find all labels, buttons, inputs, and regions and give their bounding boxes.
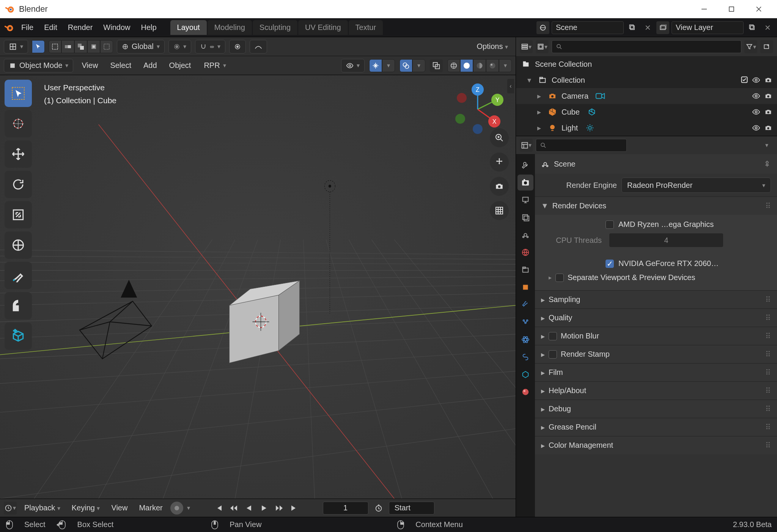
camera-view-icon[interactable] (490, 177, 509, 196)
eye-icon[interactable] (752, 76, 760, 84)
outliner-scene-collection[interactable]: Scene Collection (516, 56, 777, 72)
pivot-point[interactable]: ▾ (168, 40, 191, 54)
tab-sculpting[interactable]: Sculpting (253, 20, 297, 35)
outliner-item-camera[interactable]: ▸ Camera (516, 88, 777, 104)
auto-key-dropdown[interactable]: ▾ (187, 504, 190, 512)
auto-key-icon[interactable] (170, 502, 183, 515)
shading-wireframe-icon[interactable] (447, 59, 460, 72)
prev-key-icon[interactable] (228, 502, 239, 514)
maximize-button[interactable] (718, 0, 745, 18)
panel-film[interactable]: ▸Film⠿ (535, 363, 777, 381)
tab-tool-icon[interactable] (517, 157, 533, 173)
keying-menu[interactable]: Keying ▾ (68, 502, 104, 514)
render-icon[interactable] (764, 124, 772, 132)
tool-cursor[interactable] (5, 110, 32, 137)
select-subtract-icon[interactable] (74, 40, 87, 53)
cursor-mode-icon[interactable] (32, 40, 45, 53)
select-invert-icon[interactable] (100, 40, 113, 53)
menu-window[interactable]: Window (99, 21, 135, 34)
close-button[interactable] (745, 0, 772, 18)
start-frame-field[interactable]: Start (389, 502, 434, 515)
tab-texture[interactable]: Textur (349, 20, 383, 35)
eye-icon[interactable] (752, 108, 760, 116)
object-menu[interactable]: Object (165, 60, 195, 71)
tool-select-box[interactable] (5, 80, 32, 107)
tab-object-icon[interactable] (517, 279, 533, 295)
tab-particles-icon[interactable] (517, 314, 533, 330)
timeline-editor-dropdown[interactable]: ▾ (4, 502, 17, 515)
delete-scene-icon[interactable]: ✕ (641, 21, 654, 34)
perspective-toggle-icon[interactable] (490, 201, 509, 220)
scene-name-field[interactable]: Scene (552, 21, 624, 34)
menu-file[interactable]: File (17, 21, 38, 34)
panel-sampling[interactable]: ▸Sampling⠿ (535, 290, 777, 308)
gpu-checkbox[interactable]: ✓ (606, 260, 614, 268)
tab-viewlayer-icon[interactable] (517, 209, 533, 225)
tab-uv-editing[interactable]: UV Editing (298, 20, 348, 35)
outliner-search[interactable] (552, 40, 741, 53)
overlay-toggle-icon[interactable] (400, 59, 412, 72)
render-icon[interactable] (764, 76, 772, 84)
tab-render-icon[interactable] (517, 175, 533, 190)
gizmo-toggle-icon[interactable] (369, 59, 382, 72)
3d-viewport[interactable]: User Perspective (1) Collection | Cube ‹… (0, 75, 516, 499)
render-icon[interactable] (764, 92, 772, 100)
options-icon[interactable]: ▾ (760, 139, 773, 152)
pan-icon[interactable] (490, 153, 509, 172)
outliner-collection[interactable]: ▾ Collection (516, 72, 777, 88)
tab-collection-icon[interactable] (517, 262, 533, 278)
jump-end-icon[interactable] (289, 502, 300, 514)
filter-icon[interactable]: ▾ (744, 40, 757, 53)
new-scene-icon[interactable] (626, 21, 639, 34)
visibility-dropdown[interactable]: ▾ (341, 59, 365, 72)
app-menu-icon[interactable] (3, 22, 15, 34)
shading-dropdown-icon[interactable]: ▾ (499, 59, 512, 72)
menu-render[interactable]: Render (63, 21, 98, 34)
disclosure-icon[interactable]: ▾ (527, 76, 533, 85)
tool-add-cube[interactable]: + (5, 323, 32, 350)
properties-editor-dropdown[interactable]: ▾ (520, 139, 533, 152)
panel-motion-blur[interactable]: ▸Motion Blur⠿ (535, 327, 777, 345)
next-key-icon[interactable] (274, 502, 285, 514)
tab-layout[interactable]: Layout (170, 20, 207, 35)
rpr-menu[interactable]: RPR ▾ (199, 59, 230, 72)
new-view-layer-icon[interactable] (746, 21, 759, 34)
tool-transform[interactable] (5, 231, 32, 259)
tab-scene-icon[interactable] (517, 227, 533, 243)
select-menu[interactable]: Select (106, 60, 135, 71)
cpu-checkbox[interactable] (606, 220, 614, 229)
separate-viewport-checkbox[interactable] (555, 274, 564, 282)
xray-toggle-icon[interactable] (430, 59, 443, 72)
outliner-item-light[interactable]: ▸ Light (516, 120, 777, 136)
separate-viewport-subpanel[interactable]: ▸ Separate Viewport & Preview Devices (541, 270, 771, 285)
new-collection-icon[interactable] (760, 40, 773, 53)
panel-color-management[interactable]: ▸Color Management⠿ (535, 436, 777, 454)
tool-rotate[interactable] (5, 171, 32, 198)
current-frame-field[interactable]: 1 (323, 502, 368, 515)
tab-data-icon[interactable] (517, 367, 533, 382)
select-mode-toggle[interactable] (32, 40, 45, 53)
tab-world-icon[interactable] (517, 244, 533, 260)
panel-render-devices[interactable]: ▼ Render Devices ⠿ (535, 197, 777, 215)
delete-view-layer-icon[interactable]: ✕ (761, 21, 774, 34)
tab-modifiers-icon[interactable] (517, 297, 533, 313)
panel-quality[interactable]: ▸Quality⠿ (535, 308, 777, 327)
tab-constraints-icon[interactable] (517, 349, 533, 365)
panel-debug[interactable]: ▸Debug⠿ (535, 400, 777, 418)
select-intersect-icon[interactable] (87, 40, 100, 53)
tab-material-icon[interactable] (517, 384, 533, 400)
light-data-icon[interactable] (585, 123, 595, 133)
gizmo-dropdown-icon[interactable]: ▾ (382, 59, 395, 72)
play-reverse-icon[interactable] (243, 502, 255, 514)
tab-physics-icon[interactable] (517, 332, 533, 348)
mode-select[interactable]: Object Mode ▾ (4, 59, 73, 72)
camera-data-icon[interactable] (595, 91, 606, 101)
render-engine-select[interactable]: Radeon ProRender ▾ (621, 178, 771, 193)
view-layer-browse-icon[interactable] (656, 21, 669, 34)
play-icon[interactable] (258, 502, 270, 514)
overlay-dropdown-icon[interactable]: ▾ (412, 59, 425, 72)
add-menu[interactable]: Add (140, 60, 161, 71)
preview-range-icon[interactable] (372, 502, 385, 515)
render-stamp-checkbox[interactable] (549, 350, 557, 359)
marker-menu[interactable]: Marker (135, 502, 166, 514)
